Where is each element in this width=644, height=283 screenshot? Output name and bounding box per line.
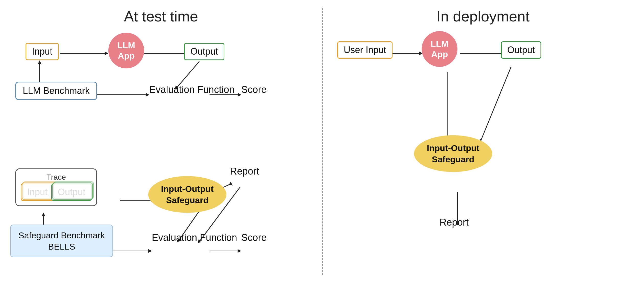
- left-panel: At test time: [0, 0, 322, 283]
- svg-marker-11: [238, 93, 241, 97]
- trace-box: Trace Input Output: [15, 168, 97, 206]
- svg-marker-1: [105, 52, 108, 55]
- right-panel: In deployment User Input LL: [322, 0, 644, 283]
- input-box: Input: [26, 43, 59, 60]
- right-report-text: Report: [440, 217, 469, 228]
- right-output-label: Output: [501, 41, 541, 59]
- input-label: Input: [26, 43, 59, 60]
- left-panel-title: At test time: [5, 8, 317, 25]
- eval-function-text: Evaluation Function: [149, 84, 235, 95]
- user-input-label: User Input: [337, 41, 393, 59]
- diagram-container: At test time: [0, 0, 644, 283]
- svg-marker-15: [229, 181, 233, 186]
- svg-marker-7: [146, 93, 149, 97]
- svg-line-32: [480, 67, 511, 142]
- score2-text: Score: [241, 232, 267, 243]
- eval-function2-text: Evaluation Function: [152, 232, 237, 243]
- llm-app-circle: LLM App: [108, 33, 144, 68]
- safeguard-benchmark-label: Safeguard Benchmark BELLS: [10, 225, 113, 257]
- report-text: Report: [230, 166, 259, 177]
- user-input-box: User Input: [337, 41, 393, 59]
- right-panel-title: In deployment: [327, 8, 639, 25]
- svg-marker-5: [38, 60, 41, 64]
- right-output-box: Output: [501, 41, 541, 59]
- svg-marker-19: [42, 213, 45, 216]
- safeguard-label: Input-Output Safeguard: [148, 176, 226, 213]
- trace-label: Trace: [21, 173, 92, 181]
- safeguard-ellipse: Input-Output Safeguard: [148, 176, 226, 213]
- svg-marker-21: [148, 249, 152, 253]
- llm-benchmark-label: LLM Benchmark: [15, 82, 97, 100]
- llm-benchmark-box: LLM Benchmark: [15, 82, 97, 100]
- llm-app-label: LLM App: [108, 33, 144, 68]
- safeguard-benchmark-box: Safeguard Benchmark BELLS: [10, 225, 113, 257]
- right-safeguard-label: Input-Output Safeguard: [414, 135, 492, 172]
- right-llm-app-label: LLM App: [422, 31, 457, 67]
- output-box: Output: [184, 43, 224, 60]
- svg-marker-23: [238, 249, 241, 253]
- score-text: Score: [241, 84, 267, 95]
- right-safeguard-ellipse: Input-Output Safeguard: [414, 135, 492, 172]
- output-label: Output: [184, 43, 224, 60]
- right-llm-app-circle: LLM App: [422, 31, 457, 67]
